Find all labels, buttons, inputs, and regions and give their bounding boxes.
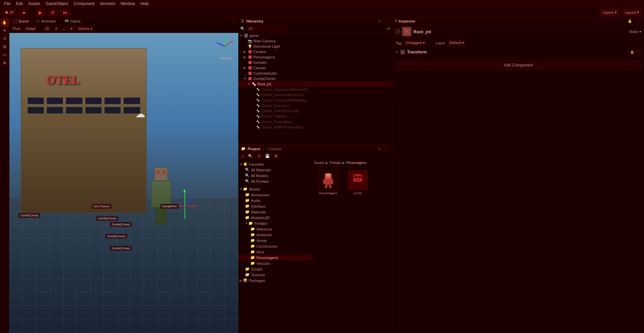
tree-item-exec[interactable]: 🦴 Zumbi_Executivo bbox=[238, 103, 392, 108]
tree-item-game[interactable]: ▼ 🎬 game bbox=[238, 33, 392, 38]
hierarchy-panel: ☰ Hierarchy + ⋮ 🔍 All ▼ 🎬 bbox=[238, 17, 392, 145]
menu-file[interactable]: File bbox=[1, 1, 13, 7]
inspector-menu-btn[interactable]: ⋮ bbox=[635, 18, 641, 24]
y-arrow-head bbox=[183, 189, 186, 192]
lighting-toggle[interactable]: ☀ bbox=[53, 26, 60, 31]
tree-item-personagens[interactable]: ▶ Personagens bbox=[238, 54, 392, 60]
tree-item-zumbi-clone[interactable]: ▼ Zumbi(Clone) bbox=[238, 76, 392, 81]
pivot-dropdown[interactable]: Pivot bbox=[11, 26, 22, 31]
global-dropdown[interactable]: Global bbox=[23, 26, 37, 31]
tree-item-main-camera[interactable]: 📷 Main Camera bbox=[238, 38, 392, 44]
hierarchy-menu-btn[interactable]: ⋮ bbox=[383, 18, 390, 24]
project-filter-btn[interactable]: ⊞ bbox=[273, 153, 279, 159]
tree-item-faz[interactable]: 🦴 Zumbi_Fazendeiro bbox=[238, 119, 392, 124]
hierarchy-add-btn[interactable]: + bbox=[377, 18, 382, 24]
folder-ambiente[interactable]: 📁 Ambiente bbox=[238, 232, 312, 238]
gizmos-dropdown[interactable]: Gizmos ▾ bbox=[76, 26, 94, 31]
project-save-btn[interactable]: 💾 bbox=[263, 153, 271, 159]
tree-item-palh[interactable]: 🦴 Zumbi_Palhaco bbox=[238, 114, 392, 119]
project-menu-btn[interactable]: ⋮ bbox=[383, 146, 390, 151]
scale-tool[interactable]: ⊞ bbox=[1, 43, 8, 50]
folder-texturas[interactable]: 📁 Texturas bbox=[238, 272, 312, 278]
account-button[interactable]: ◉ JP bbox=[2, 9, 17, 15]
2d-toggle[interactable]: 2D bbox=[43, 26, 51, 31]
scene-options-icon[interactable]: ⋮ bbox=[230, 18, 238, 24]
folder-packages[interactable]: ▶ 📦 Packages bbox=[238, 278, 312, 283]
menu-assets[interactable]: Assets bbox=[26, 1, 43, 7]
hierarchy-all-label[interactable]: All bbox=[387, 27, 390, 31]
tree-item-mulher[interactable]: 🦴 Zumbi_MulherFazendeira bbox=[238, 124, 392, 130]
folder-prefabs[interactable]: ▼ 📁 Prefabs bbox=[238, 220, 312, 226]
folder-aderecos[interactable]: 📁 Aderecos bbox=[238, 226, 312, 232]
folder-materiais[interactable]: 📁 Materiais bbox=[238, 209, 312, 215]
tab-scene[interactable]: ⛶ Scene bbox=[9, 17, 33, 25]
project-add-folder-btn[interactable]: + bbox=[240, 154, 245, 159]
menu-edit[interactable]: Edit bbox=[13, 1, 26, 7]
folder-animacoes[interactable]: 📁 Animacoes bbox=[238, 192, 312, 198]
breadcrumb-assets[interactable]: Assets bbox=[314, 161, 324, 165]
folder-audio[interactable]: 📁 Audio bbox=[238, 198, 312, 203]
transform-lock-btn[interactable]: 🔒 bbox=[629, 49, 635, 55]
layer-dropdown[interactable]: Default ▾ bbox=[448, 40, 466, 46]
folder-favorites[interactable]: ▼ ⭐ Favorites bbox=[238, 161, 312, 167]
folder-itens[interactable]: 📁 Itens bbox=[238, 249, 312, 255]
move-tool[interactable]: ✛ bbox=[1, 27, 8, 34]
menu-window[interactable]: Window bbox=[118, 1, 138, 7]
asset-name-personagens: Personagens bbox=[319, 192, 337, 195]
folder-all-materials[interactable]: 🔍 All Materials bbox=[238, 167, 312, 173]
play-button[interactable]: ▶ bbox=[36, 9, 45, 16]
cloud-button[interactable]: ☁ bbox=[19, 9, 29, 15]
rect-tool[interactable]: ▭ bbox=[1, 51, 8, 58]
folder-all-models[interactable]: 🔍 All Models bbox=[238, 173, 312, 178]
tree-item-controla-audio[interactable]: ControlaAudio bbox=[238, 71, 392, 76]
tree-item-carr[interactable]: 🦴 Zumbi_CarregadorDeMalas bbox=[238, 97, 392, 103]
rotate-tool[interactable]: ↺ bbox=[1, 35, 8, 42]
transform-component-header[interactable]: ▼ ⤢ Transform 🔒 ⋮ bbox=[395, 49, 641, 55]
project-add-btn[interactable]: + bbox=[377, 146, 382, 151]
folder-personagens[interactable]: 📁 Personagens bbox=[238, 255, 312, 260]
tree-item-lider[interactable]: 🦴 Zumbi_LiderDeTorcida bbox=[238, 108, 392, 114]
menu-gameobject[interactable]: GameObject bbox=[43, 1, 71, 7]
tree-item-seg[interactable]: 🦴 Zumbi_SegurancaAeroporto bbox=[238, 87, 392, 92]
menu-component[interactable]: Component bbox=[71, 1, 97, 7]
breadcrumb-prefabs[interactable]: Prefabs bbox=[330, 161, 341, 165]
folder-all-prefabs[interactable]: 🔍 All Prefabs bbox=[238, 178, 312, 184]
tab-animator[interactable]: ▷ Animator bbox=[33, 17, 60, 25]
step-button[interactable]: ⏭ bbox=[60, 9, 71, 16]
transform-tool[interactable]: ⊕ bbox=[1, 59, 8, 67]
project-search-btn[interactable]: 🔍 bbox=[246, 153, 254, 159]
layers-button[interactable]: Layers ▾ bbox=[600, 9, 620, 15]
menu-services[interactable]: Services bbox=[97, 1, 118, 7]
hierarchy-search-input[interactable] bbox=[246, 26, 287, 32]
fx-toggle[interactable]: ✦ bbox=[68, 26, 75, 31]
folder-scripts[interactable]: 📁 Scripts bbox=[238, 266, 312, 272]
pause-button[interactable]: ⏸ bbox=[47, 9, 58, 16]
tab-game[interactable]: 🎮 Game bbox=[60, 17, 85, 25]
tree-item-canvas[interactable]: ▶ Canvas bbox=[238, 65, 392, 71]
add-component-button[interactable]: Add Component bbox=[395, 60, 641, 70]
tree-item-ctrl[interactable]: 🦴 Zumbi_ControlaAeroporto bbox=[238, 92, 392, 97]
asset-item-zumbi[interactable]: Zumbi bbox=[344, 169, 371, 196]
inspector-lock-btn[interactable]: 🔒 bbox=[626, 18, 634, 24]
asset-item-personagens[interactable]: Personagens bbox=[315, 169, 342, 196]
menu-help[interactable]: Help bbox=[138, 1, 151, 7]
tag-dropdown[interactable]: Untagged ▾ bbox=[404, 40, 427, 46]
audio-toggle[interactable]: ♪ bbox=[61, 26, 67, 31]
tree-item-root-jnt[interactable]: ▼ 🦴 Root_jnt bbox=[238, 81, 392, 87]
scene-viewport[interactable]: OTEL bbox=[9, 33, 238, 333]
layout-button[interactable]: Layout ▾ bbox=[622, 9, 642, 15]
folder-assets[interactable]: ▼ 📁 Assets bbox=[238, 186, 312, 192]
folder-modelos3d[interactable]: 📁 Modelos3D bbox=[238, 215, 312, 220]
transform-menu-btn[interactable]: ⋮ bbox=[636, 49, 641, 55]
tree-item-dir-light[interactable]: 💡 Directional Light bbox=[238, 44, 392, 49]
tree-item-cenario[interactable]: ▶ Cenario bbox=[238, 49, 392, 54]
folder-veiculos[interactable]: 📁 Veiculos bbox=[238, 260, 312, 266]
folder-construcoes[interactable]: 📁 Construcoes bbox=[238, 243, 312, 249]
folder-interface[interactable]: 📁 Interface bbox=[238, 203, 312, 209]
obj-active-checkbox[interactable]: ✓ bbox=[395, 29, 400, 34]
hand-tool[interactable]: ✋ bbox=[1, 19, 8, 26]
project-refresh-btn[interactable]: ↺ bbox=[256, 153, 262, 159]
folder-armas[interactable]: 📁 Armas bbox=[238, 238, 312, 243]
tree-item-gerador[interactable]: Gerador bbox=[238, 60, 392, 65]
breadcrumb-personagens[interactable]: Personagens bbox=[346, 161, 366, 165]
